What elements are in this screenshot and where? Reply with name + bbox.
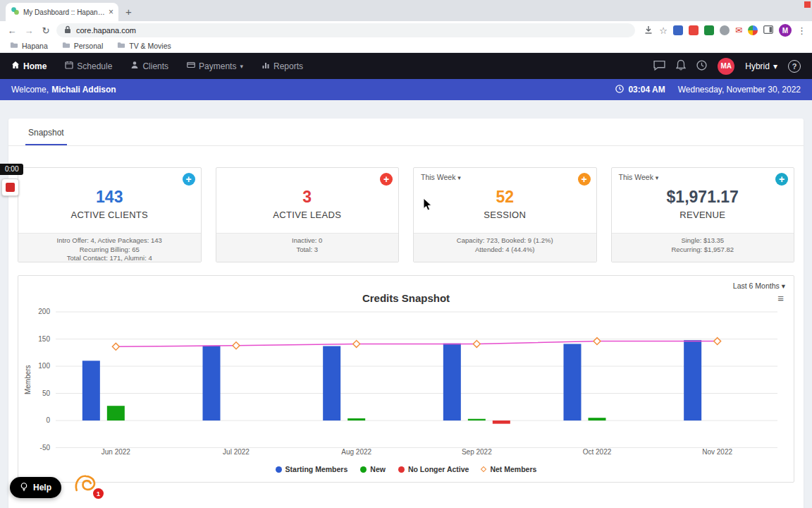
address-bar[interactable]: core.hapana.com [56, 23, 635, 37]
nav-item-home[interactable]: Home [11, 61, 47, 71]
welcome-greeting: Welcome, [11, 85, 49, 95]
nav-item-clients[interactable]: Clients [130, 61, 168, 71]
legend-item[interactable]: Net Members [481, 465, 536, 473]
extension-icon-4[interactable] [720, 25, 730, 35]
legend-dot-icon [276, 466, 282, 473]
extension-icon-1[interactable] [673, 25, 683, 35]
chart-period-dropdown[interactable]: Last 6 Months ▾ [733, 282, 785, 290]
folder-icon [10, 42, 18, 50]
extension-icon-2[interactable] [689, 25, 699, 35]
add-lead-button[interactable]: + [380, 173, 393, 186]
forward-button[interactable]: → [23, 25, 35, 36]
reload-button[interactable]: ↻ [39, 25, 52, 36]
tab-title: My Dashboard :: Hapana | Tak [23, 8, 105, 16]
extension-icon-3[interactable] [704, 25, 714, 35]
legend-diamond-icon [481, 466, 486, 472]
add-client-button[interactable]: + [183, 173, 195, 186]
welcome-right: 03:04 AM Wednesday, November 30, 2022 [615, 85, 801, 95]
svg-text:Members: Members [24, 365, 32, 394]
folder-icon [62, 42, 70, 50]
user-avatar[interactable]: MA [718, 58, 734, 75]
side-panel-icon[interactable] [763, 25, 773, 36]
credits-chart: -50050100150200MembersJun 2022Jul 2022Au… [22, 308, 790, 459]
bookmark-folder-hapana[interactable]: Hapana [10, 42, 48, 50]
period-label: This Week [421, 173, 455, 181]
panel-tabs: Snapshot [8, 119, 804, 146]
navbar-right: MA Hybrid ▾ ? [653, 58, 801, 75]
new-tab-button[interactable]: + [125, 6, 132, 18]
bell-icon[interactable] [676, 59, 686, 73]
recorder-stop-button[interactable] [1, 179, 19, 196]
help-icon[interactable]: ? [788, 60, 801, 73]
add-revenue-button[interactable]: + [775, 173, 788, 186]
stat-value: 3 [302, 188, 312, 207]
browser-toolbar: ← → ↻ core.hapana.com ☆ ✉ M ⋮ [0, 21, 812, 40]
welcome-user-name: Michali Addison [51, 85, 116, 95]
url-text: core.hapana.com [76, 26, 136, 35]
period-label: This Week [619, 173, 653, 181]
folder-icon [117, 42, 125, 50]
chevron-down-icon: ▾ [240, 63, 243, 70]
nav-item-payments[interactable]: Payments ▾ [187, 61, 243, 71]
stat-label: ACTIVE CLIENTS [70, 210, 148, 220]
profile-dropdown[interactable]: Hybrid ▾ [745, 61, 777, 71]
bookmark-folder-tv-movies[interactable]: TV & Movies [117, 42, 171, 50]
chart-filter-row: Last 6 Months ▾ [18, 276, 794, 290]
home-icon [11, 61, 20, 71]
download-icon[interactable] [644, 25, 653, 37]
back-button[interactable]: ← [6, 25, 18, 36]
chart-title-row: Credits Snapshot ≡ [18, 292, 794, 308]
stat-label: ACTIVE LEADS [273, 210, 341, 220]
nav-item-reports[interactable]: Reports [262, 61, 303, 71]
dashboard-panel: Snapshot + 143 ACTIVE CLIENTS Intro Offe… [8, 119, 804, 508]
bookmark-star-icon[interactable]: ☆ [659, 25, 668, 36]
bookmarks-bar: Hapana Personal TV & Movies [0, 40, 812, 53]
svg-text:Aug 2022: Aug 2022 [341, 448, 371, 456]
footer-line: Attended: 4 (44.4%) [417, 246, 593, 255]
lock-icon [64, 25, 71, 36]
browser-menu-icon[interactable]: ⋮ [797, 25, 806, 36]
tab-snapshot[interactable]: Snapshot [25, 119, 67, 145]
svg-text:Nov 2022: Nov 2022 [702, 448, 732, 456]
legend-item[interactable]: No Longer Active [398, 465, 469, 473]
toolbar-right: ☆ ✉ M ⋮ [644, 24, 806, 37]
bookmark-folder-personal[interactable]: Personal [62, 42, 103, 50]
screen: My Dashboard :: Hapana | Tak × + ← → ↻ c… [0, 0, 812, 508]
chart-menu-icon[interactable]: ≡ [777, 292, 784, 305]
period-label: Last 6 Months [733, 282, 780, 290]
add-session-button[interactable]: + [578, 173, 591, 186]
gmail-icon[interactable]: ✉ [735, 25, 742, 35]
card-period-dropdown[interactable]: This Week ▾ [421, 173, 461, 181]
nav-item-schedule[interactable]: Schedule [65, 61, 112, 71]
legend-item[interactable]: New [360, 465, 386, 473]
clock-icon[interactable] [696, 60, 707, 73]
card-period-dropdown[interactable]: This Week ▾ [619, 173, 659, 181]
extension-icon-5[interactable] [748, 25, 758, 35]
nav-label: Clients [142, 61, 168, 71]
nav-label: Home [23, 61, 47, 71]
stat-card-revenue: This Week ▾ + $1,971.17 REVENUE Single: … [611, 167, 795, 262]
svg-text:50: 50 [42, 389, 51, 397]
recorder-timer: 0:00 [0, 164, 23, 175]
tab-close-icon[interactable]: × [109, 7, 113, 17]
bookmark-label: Personal [74, 42, 103, 50]
help-button[interactable]: Help [10, 477, 61, 498]
legend-item[interactable]: Starting Members [276, 465, 348, 473]
credits-snapshot-card: Last 6 Months ▾ Credits Snapshot ≡ -5005… [18, 275, 794, 483]
legend-dot-icon [360, 466, 367, 473]
person-icon [130, 61, 139, 71]
chevron-down-icon: ▾ [773, 61, 777, 71]
browser-tab[interactable]: My Dashboard :: Hapana | Tak × [6, 3, 118, 21]
welcome-bar: Welcome, Michali Addison 03:04 AM Wednes… [0, 79, 812, 100]
chat-icon[interactable] [653, 60, 665, 73]
svg-text:0: 0 [46, 416, 50, 424]
clock-icon [615, 85, 624, 95]
recording-indicator [804, 1, 811, 8]
nav-label: Schedule [77, 61, 112, 71]
svg-text:150: 150 [38, 335, 50, 343]
nav-label: Reports [273, 61, 303, 71]
browser-profile-avatar[interactable]: M [779, 24, 792, 37]
card-footer: Intro Offer: 4, Active Packages: 143 Rec… [18, 233, 201, 262]
stat-cards-row: + 143 ACTIVE CLIENTS Intro Offer: 4, Act… [8, 146, 804, 262]
calendar-icon [65, 61, 73, 71]
